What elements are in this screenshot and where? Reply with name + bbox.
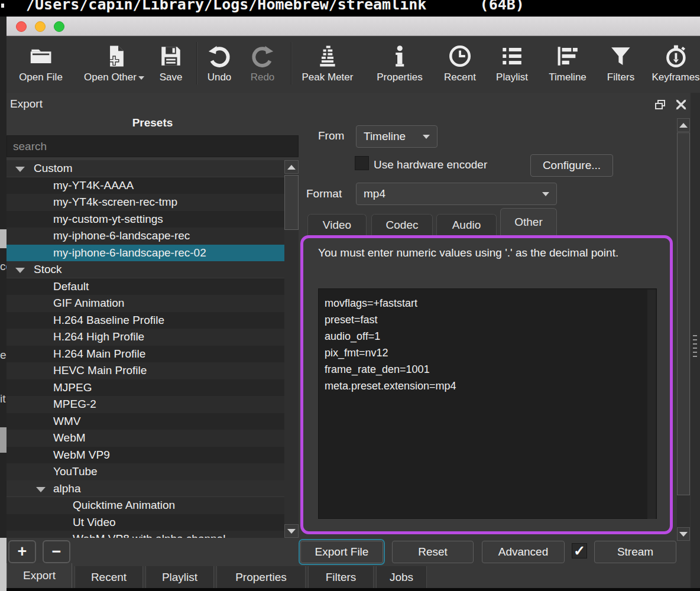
- export-panel: Export Presets Custom my-YT4K-AAAA my-YT…: [7, 93, 700, 588]
- terminal-edge-dot: [1, 4, 4, 8]
- sliver-text-fragment: it: [0, 392, 6, 405]
- preset-item[interactable]: MPEG-2: [7, 396, 299, 413]
- bottom-tab-playlist[interactable]: Playlist: [145, 566, 214, 589]
- scroll-up-button[interactable]: [677, 118, 690, 132]
- preset-group-alpha[interactable]: alpha: [7, 480, 299, 498]
- other-properties-textarea[interactable]: movflags=+faststart preset=fast audio_of…: [318, 288, 657, 519]
- preset-item[interactable]: YouTube: [7, 463, 299, 480]
- presets-scrollbar[interactable]: [284, 160, 299, 538]
- scroll-up-button[interactable]: [284, 160, 299, 174]
- preset-item[interactable]: my-custom-yt-settings: [7, 211, 299, 228]
- bottom-tab-properties[interactable]: Properties: [216, 566, 306, 589]
- remove-preset-button[interactable]: −: [43, 540, 70, 563]
- textarea-scroll-track[interactable]: [647, 290, 656, 519]
- toolbar-separator: [196, 42, 197, 85]
- panel-scrollbar[interactable]: [677, 118, 690, 541]
- scrollbar-thumb[interactable]: [284, 175, 299, 230]
- properties-button[interactable]: Properties: [377, 41, 422, 83]
- window-bottom-edge: [7, 588, 700, 591]
- reset-button[interactable]: Reset: [392, 541, 474, 563]
- preset-item[interactable]: HEVC Main Profile: [7, 362, 299, 379]
- preset-item[interactable]: Ut Video: [7, 514, 299, 531]
- configure-button[interactable]: Configure...: [530, 154, 613, 177]
- preset-item[interactable]: my-iphone-6-landscape-rec: [7, 228, 299, 245]
- tab-video[interactable]: Video: [307, 214, 367, 235]
- preset-item[interactable]: my-YT4k-screen-rec-tmp: [7, 194, 299, 211]
- open-file-button[interactable]: Open File: [19, 41, 63, 83]
- preset-item[interactable]: WebM VP8 with alpha channel: [7, 531, 299, 538]
- preset-item[interactable]: Default: [7, 278, 299, 296]
- preset-item[interactable]: WMV: [7, 413, 299, 430]
- preset-item[interactable]: MJPEG: [7, 379, 299, 397]
- save-floppy-icon: [158, 41, 183, 72]
- preset-item[interactable]: H.264 High Profile: [7, 329, 299, 346]
- chevron-down-icon: [138, 76, 144, 80]
- stream-checkbox[interactable]: ✓: [572, 543, 587, 558]
- float-panel-icon[interactable]: [654, 98, 667, 111]
- scroll-down-button[interactable]: [284, 524, 299, 538]
- close-panel-icon[interactable]: [675, 98, 688, 111]
- preset-item[interactable]: Quicktime Animation: [7, 497, 299, 514]
- export-file-button[interactable]: Export File: [300, 541, 383, 563]
- bottom-tab-jobs[interactable]: Jobs: [376, 566, 427, 589]
- bottom-tab-export[interactable]: Export: [7, 563, 72, 589]
- keyframes-button[interactable]: Keyframes: [652, 41, 699, 83]
- from-dropdown[interactable]: Timeline: [356, 125, 438, 148]
- undo-button[interactable]: Undo: [207, 41, 232, 83]
- close-traffic-light[interactable]: [16, 21, 27, 32]
- arrow-down-icon: [679, 532, 688, 537]
- filters-button[interactable]: Filters: [607, 41, 634, 83]
- preset-item[interactable]: WebM: [7, 430, 299, 447]
- window-titlebar[interactable]: [7, 17, 700, 36]
- terminal-path-text: /Users/capin/Library/Logs/Homebrew/strea…: [26, 0, 524, 13]
- stream-button[interactable]: Stream: [594, 541, 676, 563]
- arrow-up-icon: [679, 123, 688, 128]
- timeline-button[interactable]: Timeline: [549, 41, 586, 83]
- preset-item-selected[interactable]: my-iphone-6-landscape-rec-02: [7, 245, 299, 262]
- preset-item[interactable]: WebM VP9: [7, 447, 299, 464]
- save-button[interactable]: Save: [158, 41, 183, 83]
- main-toolbar: Open File Open Other Save Undo Redo: [7, 36, 700, 95]
- zoom-traffic-light[interactable]: [54, 21, 64, 32]
- hardware-encoder-checkbox[interactable]: [355, 156, 369, 170]
- timeline-icon: [549, 41, 586, 72]
- splitter-grip[interactable]: [693, 335, 697, 358]
- screen: /Users/capin/Library/Logs/Homebrew/strea…: [0, 0, 700, 591]
- funnel-icon: [607, 41, 634, 72]
- tab-other[interactable]: Other: [500, 208, 557, 235]
- recent-button[interactable]: Recent: [444, 41, 476, 83]
- preset-search-input[interactable]: [7, 135, 299, 157]
- tab-audio[interactable]: Audio: [436, 214, 497, 235]
- add-preset-button[interactable]: +: [8, 540, 36, 563]
- peak-meter-button[interactable]: Peak Meter: [302, 41, 354, 83]
- scroll-down-button[interactable]: [677, 527, 690, 541]
- redo-button[interactable]: Redo: [250, 41, 275, 83]
- presets-heading: Presets: [7, 116, 299, 129]
- chevron-down-icon: [15, 268, 25, 273]
- preset-item[interactable]: H.264 Main Profile: [7, 346, 299, 363]
- format-dropdown[interactable]: mp4: [356, 183, 557, 205]
- playlist-button[interactable]: Playlist: [496, 41, 528, 83]
- tab-codec[interactable]: Codec: [371, 214, 433, 235]
- preset-item[interactable]: GIF Animation: [7, 295, 299, 312]
- minimize-traffic-light[interactable]: [35, 21, 46, 32]
- preset-group-custom[interactable]: Custom: [7, 160, 299, 177]
- toolbar-separator: [291, 42, 292, 85]
- advanced-button[interactable]: Advanced: [482, 541, 565, 563]
- scrollbar-thumb[interactable]: [677, 132, 690, 495]
- from-label: From: [318, 129, 344, 142]
- bottom-tab-recent[interactable]: Recent: [74, 566, 143, 589]
- preset-group-stock[interactable]: Stock: [7, 261, 299, 278]
- chevron-down-icon: [423, 135, 430, 139]
- preset-item[interactable]: my-YT4K-AAAA: [7, 177, 299, 194]
- undo-arrow-icon: [207, 41, 232, 72]
- peak-meter-icon: [302, 41, 354, 72]
- playlist-icon: [496, 41, 528, 72]
- open-other-button[interactable]: Open Other: [84, 41, 144, 83]
- sliver-patch: [0, 538, 7, 591]
- chevron-down-icon: [15, 167, 25, 172]
- info-icon: [377, 41, 422, 72]
- preset-item[interactable]: H.264 Baseline Profile: [7, 312, 299, 329]
- bottom-tab-filters[interactable]: Filters: [308, 566, 374, 589]
- redo-arrow-icon: [250, 41, 275, 72]
